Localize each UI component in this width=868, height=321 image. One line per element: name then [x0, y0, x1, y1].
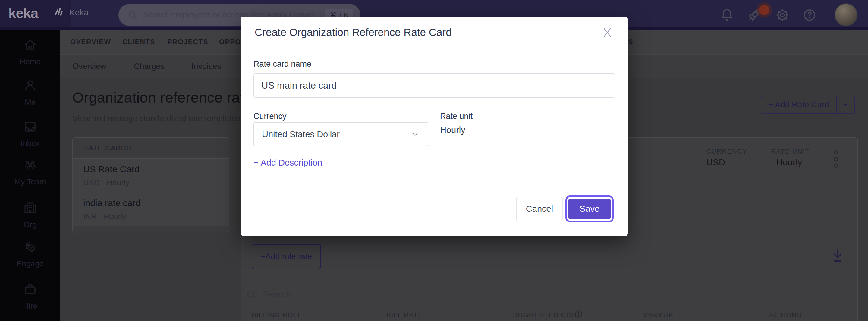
notifications-bell-icon[interactable]	[720, 8, 734, 22]
currency-column-header: CURRENCY	[706, 148, 747, 155]
caret-down-icon	[842, 101, 849, 109]
column-markup: MARKUP	[642, 311, 673, 319]
rate-card-list-item[interactable]: india rate card INR - Hourly	[73, 193, 229, 226]
divider	[241, 238, 858, 238]
tab-clients[interactable]: CLIENTS	[122, 30, 155, 54]
add-rate-card-button[interactable]: + Add Rate Card	[761, 96, 837, 113]
building-icon	[23, 201, 37, 215]
sidebar-item-my-team[interactable]: My Team	[0, 158, 60, 186]
keka-logo-text: keka	[8, 5, 38, 22]
subnav-invoices[interactable]: Invoices	[191, 55, 221, 78]
rate-card-name-input[interactable]	[253, 73, 615, 98]
person-icon	[23, 78, 37, 93]
logo-wave-icon	[51, 3, 67, 20]
currency-value: USD	[706, 157, 725, 168]
modal-title: Create Organization Reference Rate Card	[255, 26, 452, 38]
settings-gear-icon[interactable]	[775, 8, 789, 22]
cancel-button[interactable]: Cancel	[516, 197, 563, 221]
info-icon[interactable]	[574, 310, 583, 319]
notification-badge	[759, 5, 770, 15]
search-icon	[246, 289, 257, 300]
search-icon	[127, 10, 138, 20]
modal-rate-unit-value: Hourly	[440, 125, 465, 135]
help-icon[interactable]	[802, 8, 817, 22]
user-avatar[interactable]	[835, 3, 858, 26]
close-icon[interactable]	[598, 23, 616, 41]
create-rate-card-modal: Create Organization Reference Rate Card …	[241, 17, 628, 236]
modal-footer-divider	[241, 182, 628, 183]
add-rate-card-dropdown-toggle[interactable]	[837, 96, 855, 113]
briefcase-icon	[23, 282, 37, 297]
roles-search[interactable]	[246, 284, 758, 305]
kebab-menu-icon[interactable]	[833, 150, 839, 170]
sidebar-item-inbox[interactable]: Inbox	[0, 119, 60, 148]
inbox-tray-icon	[23, 119, 37, 134]
rate-card-name-label: Rate card name	[253, 59, 311, 69]
team-icon	[23, 158, 37, 172]
divider	[241, 308, 858, 308]
subnav-charges[interactable]: Charges	[134, 55, 164, 78]
chat-heart-icon	[23, 240, 37, 254]
modal-header-divider	[241, 46, 628, 46]
app-label: Keka	[69, 8, 89, 18]
divider	[241, 278, 858, 278]
roles-search-input[interactable]	[262, 289, 624, 299]
currency-label: Currency	[253, 112, 287, 121]
add-role-rate-button[interactable]: +Add role rate	[252, 244, 321, 269]
rate-cards-panel-header: RATE CARDS	[73, 138, 229, 159]
tab-overview[interactable]: OVERVIEW	[70, 30, 111, 54]
tab-projects[interactable]: PROJECTS	[167, 30, 208, 54]
sidebar-item-hire[interactable]: Hire	[0, 282, 60, 311]
rate-unit-column-header: RATE UNIT	[771, 148, 809, 155]
rate-card-list-item[interactable]: US Rate Card USD - Hourly	[73, 159, 229, 193]
chevron-down-icon	[410, 129, 420, 139]
subnav-overview[interactable]: Overview	[72, 55, 106, 78]
sidebar-item-me[interactable]: Me	[0, 78, 60, 107]
home-icon	[23, 38, 37, 52]
column-actions: ACTIONS	[769, 311, 802, 319]
column-bill-rate: BILL RATE	[386, 311, 423, 319]
rate-card-meta: USD - Hourly	[83, 178, 229, 187]
rate-cards-panel: RATE CARDS US Rate Card USD - Hourly ind…	[72, 137, 229, 233]
rate-card-name: india rate card	[83, 198, 229, 208]
column-suggested-cost: SUGGESTED COST	[513, 311, 581, 319]
column-billing-role: BILLING ROLE	[252, 311, 302, 319]
topbar-divider	[827, 7, 827, 23]
save-button[interactable]: Save	[568, 199, 611, 219]
add-description-link[interactable]: + Add Description	[253, 158, 322, 168]
rate-card-meta: INR - Hourly	[83, 212, 229, 221]
sidebar-item-org[interactable]: Org	[0, 201, 60, 229]
sidebar-item-home[interactable]: Home	[0, 38, 60, 66]
rate-card-name: US Rate Card	[83, 164, 229, 174]
sidebar-item-engage[interactable]: Engage	[0, 240, 60, 268]
download-icon[interactable]	[829, 246, 846, 264]
left-sidebar: Home Me Inbox My Team	[0, 30, 60, 321]
currency-select[interactable]: United States Dollar	[253, 122, 428, 146]
add-rate-card-split-button: + Add Rate Card	[761, 96, 855, 114]
currency-selected-value: United States Dollar	[262, 129, 340, 139]
page-subtitle: View and manage standardized rate templa…	[72, 114, 251, 123]
rate-unit-value: Hourly	[776, 157, 802, 168]
rate-unit-label: Rate unit	[440, 112, 472, 121]
